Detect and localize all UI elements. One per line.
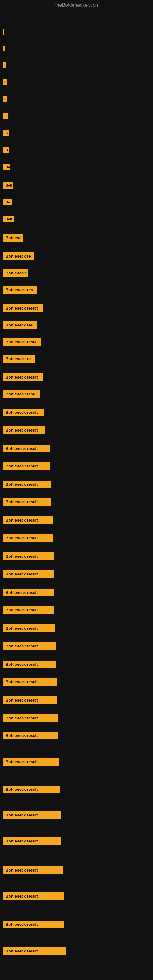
list-item: Bottleneck result	[3, 714, 57, 722]
orange-box: Bottleneck	[3, 269, 27, 277]
list-item: Bottleneck result	[3, 409, 45, 416]
orange-box: Bottleneck result	[3, 786, 60, 793]
list-item: Bottleneck result	[3, 534, 53, 542]
orange-box: Bottleneck result	[3, 892, 64, 900]
list-item: Bottleneck result	[3, 678, 57, 686]
list-item: Bottleneck result	[3, 786, 60, 793]
orange-box: Bo	[3, 199, 12, 205]
orange-box: B	[3, 147, 9, 153]
list-item: Bottleneck result	[3, 892, 64, 900]
list-item: Bottleneck result	[3, 570, 54, 578]
orange-box: Bottleneck re	[3, 252, 33, 260]
orange-box: |	[3, 29, 4, 35]
list-item: Bottleneck re	[3, 252, 33, 260]
list-item: |	[3, 29, 4, 35]
orange-box: Bottleneck result	[3, 758, 59, 766]
orange-box: Bottleneck result	[3, 570, 54, 578]
orange-box: Bottleneck result	[3, 462, 51, 470]
list-item: Bottleneck result	[3, 642, 56, 650]
orange-box: Bottleneck result	[3, 498, 51, 506]
list-item: Bottleneck result	[3, 921, 64, 928]
orange-box: Bo	[3, 164, 10, 170]
orange-box: E	[3, 113, 8, 119]
orange-box: Bottleneck result	[3, 606, 54, 614]
list-item: Bottleneck result	[3, 462, 51, 470]
list-item: I	[3, 62, 5, 68]
orange-box: Bottleneck result	[3, 837, 61, 845]
orange-box: Bott	[3, 182, 13, 189]
list-item: Bottleneck result	[3, 445, 51, 452]
orange-box: Bottleneck result	[3, 624, 55, 632]
list-item: Bottleneck result	[3, 947, 66, 955]
orange-box: Bottleneck result	[3, 589, 54, 596]
orange-box: Bottleneck result	[3, 947, 66, 955]
orange-box: Bottleneck result	[3, 866, 63, 874]
orange-box: Bottleneck res	[3, 321, 37, 329]
list-item: Bott	[3, 182, 13, 189]
orange-box: Bottleneck result	[3, 660, 56, 668]
list-item: Bottleneck result	[3, 498, 51, 506]
orange-box: Bottleneck re	[3, 355, 35, 363]
list-item: Bottleneck result	[3, 480, 51, 488]
orange-box: Bottleneck result	[3, 921, 64, 928]
orange-box: Bottleneck result	[3, 534, 53, 542]
list-item: Bo	[3, 164, 10, 170]
list-item: Bottleneck result	[3, 697, 57, 704]
list-item: Bottleneck res	[3, 321, 37, 329]
list-item: Bottleneck re	[3, 355, 35, 363]
orange-box: Bottleneck result	[3, 426, 45, 434]
list-item: Bottleneck	[3, 269, 27, 277]
list-item: Bott	[3, 216, 14, 222]
orange-box: Bottleneck result	[3, 732, 57, 739]
orange-box: E	[3, 96, 7, 102]
list-item: Bottleneck result	[3, 837, 61, 845]
list-item: Bottleneck result	[3, 624, 55, 632]
orange-box: Bottleneck result	[3, 811, 61, 819]
orange-box: I	[3, 62, 5, 68]
orange-box: Bottleneck result	[3, 445, 51, 452]
orange-box: Bottleneck resul	[3, 338, 41, 346]
list-item: Bottleneck res	[3, 286, 37, 294]
list-item: Bottleneck result	[3, 373, 43, 381]
list-item: Bottleneck result	[3, 552, 54, 560]
list-item: E	[3, 113, 8, 119]
list-item: Bottleneck resu	[3, 390, 40, 398]
list-item: Bottleneck result	[3, 811, 61, 819]
list-item: Bottleneck result	[3, 866, 63, 874]
orange-box: Bottleneck result	[3, 409, 45, 416]
orange-box: Bottleneck result	[3, 642, 56, 650]
list-item: B	[3, 130, 9, 136]
list-item: B	[3, 147, 9, 153]
orange-box: Bottleneck result	[3, 480, 51, 488]
list-item: Bottleneck result	[3, 589, 54, 596]
orange-box: Bottleneck result	[3, 304, 43, 312]
orange-box: Bottlene	[3, 234, 23, 242]
orange-box: B	[3, 130, 9, 136]
list-item: Bottleneck result	[3, 426, 45, 434]
list-item: Bo	[3, 199, 12, 205]
orange-box: Bottleneck result	[3, 714, 57, 722]
list-item: Bottleneck result	[3, 304, 43, 312]
list-item: E	[3, 96, 7, 102]
orange-box: Bottleneck res	[3, 286, 37, 294]
site-title: TheBottlenecker.com	[0, 0, 153, 10]
orange-box: Bottleneck resu	[3, 390, 40, 398]
list-item: E	[3, 79, 7, 85]
list-item: Bottleneck result	[3, 606, 54, 614]
list-item: I	[3, 46, 5, 51]
orange-box: I	[3, 46, 5, 51]
orange-box: E	[3, 79, 7, 85]
orange-box: Bottleneck result	[3, 373, 43, 381]
orange-box: Bottleneck result	[3, 552, 54, 560]
orange-box: Bottleneck result	[3, 678, 57, 686]
list-item: Bottlene	[3, 234, 23, 242]
list-item: Bottleneck resul	[3, 338, 41, 346]
orange-box: Bottleneck result	[3, 697, 57, 704]
list-item: Bottleneck result	[3, 516, 53, 524]
orange-box: Bott	[3, 216, 14, 222]
list-item: Bottleneck result	[3, 758, 59, 766]
items-list: |IIEEEBBBoBottBoBottBottleneBottleneck r…	[0, 10, 153, 975]
list-item: Bottleneck result	[3, 660, 56, 668]
list-item: Bottleneck result	[3, 732, 57, 739]
orange-box: Bottleneck result	[3, 516, 53, 524]
